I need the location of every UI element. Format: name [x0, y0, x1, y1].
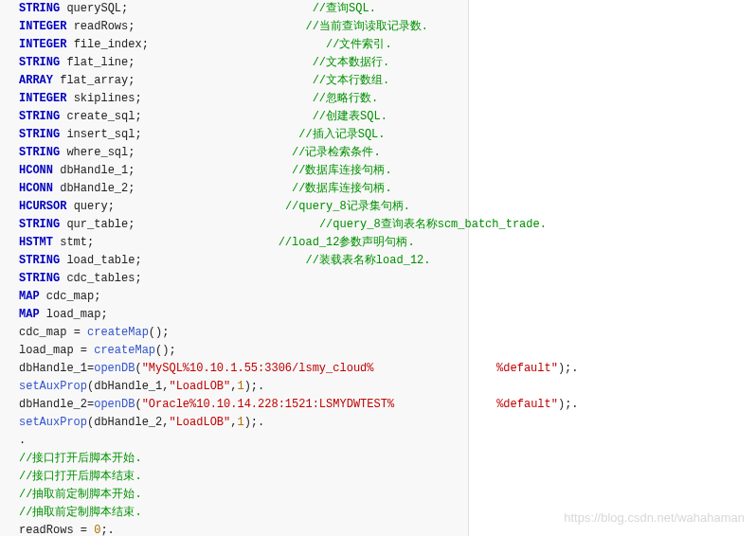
- code-line: dbHandle_1=openDB("MySQL%10.10.1.55:3306…: [19, 360, 468, 378]
- code-line: cdc_map = createMap();: [19, 324, 468, 342]
- code-line: HCONN dbHandle_1; //数据库连接句柄.: [19, 162, 468, 180]
- code-line: ARRAY flat_array; //文本行数组.: [19, 72, 468, 90]
- code-line: STRING insert_sql; //插入记录SQL.: [19, 126, 468, 144]
- code-line: STRING load_table; //装载表名称load_12.: [19, 252, 468, 270]
- code-line: //接口打开后脚本结束.: [19, 468, 468, 486]
- code-line: .: [19, 432, 468, 450]
- code-line: //接口打开后脚本开始.: [19, 450, 468, 468]
- code-line: dbHandle_2=openDB("Oracle%10.10.14.228:1…: [19, 396, 468, 414]
- code-line: setAuxProp(dbHandle_2,"LoadLOB",1);.: [19, 414, 468, 432]
- code-line: STRING cdc_tables;: [19, 270, 468, 288]
- code-line: HCONN dbHandle_2; //数据库连接句柄.: [19, 180, 468, 198]
- code-line: STRING create_sql; //创建表SQL.: [19, 108, 468, 126]
- code-line: STRING querySQL; //查询SQL.: [19, 0, 468, 18]
- code-line: STRING flat_line; //文本数据行.: [19, 54, 468, 72]
- watermark-text: https://blog.csdn.net/wahahaman: [564, 509, 745, 527]
- code-line: HSTMT stmt; //load_12参数声明句柄.: [19, 234, 468, 252]
- code-line: INTEGER readRows; //当前查询读取记录数.: [19, 18, 468, 36]
- code-line: STRING qur_table; //query_8查询表名称scm_batc…: [19, 216, 468, 234]
- code-line: INTEGER skiplines; //忽略行数.: [19, 90, 468, 108]
- code-line: MAP cdc_map;: [19, 288, 468, 306]
- code-line: setAuxProp(dbHandle_1,"LoadLOB",1);.: [19, 378, 468, 396]
- code-line: //抽取前定制脚本开始.: [19, 486, 468, 504]
- code-line: load_map = createMap();: [19, 342, 468, 360]
- code-line: INTEGER file_index; //文件索引.: [19, 36, 468, 54]
- code-line: HCURSOR query; //query_8记录集句柄.: [19, 198, 468, 216]
- code-line: MAP load_map;: [19, 306, 468, 324]
- code-line: //抽取前定制脚本结束.: [19, 504, 468, 522]
- code-line: readRows = 0;.: [19, 522, 468, 536]
- code-line: STRING where_sql; //记录检索条件.: [19, 144, 468, 162]
- code-editor: STRING querySQL; //查询SQL.INTEGER readRow…: [0, 0, 469, 536]
